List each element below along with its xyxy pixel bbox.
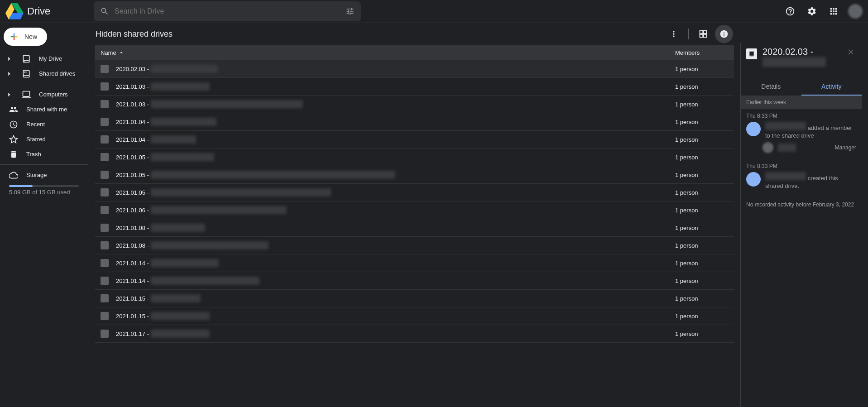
col-members[interactable]: Members [675, 49, 734, 56]
info-icon [719, 29, 729, 38]
activity-event: Thu 8:33 PM added a member to the shared… [741, 109, 862, 159]
table-row[interactable]: 2021.01.15 - 1 person [95, 307, 734, 325]
row-name: 2021.01.03 - [116, 100, 675, 108]
chevron-right-icon [5, 90, 14, 99]
header: Drive [0, 0, 868, 23]
sidebar-item-recent[interactable]: Recent [0, 117, 82, 132]
row-members: 1 person [675, 225, 734, 231]
row-members: 1 person [675, 330, 734, 337]
settings-button[interactable] [803, 2, 821, 20]
search-bar[interactable] [94, 1, 361, 21]
table-row[interactable]: 2021.01.05 - 1 person [95, 166, 734, 184]
tab-details[interactable]: Details [741, 78, 801, 96]
sidebar-item-trash[interactable]: Trash [0, 147, 82, 162]
clock-icon [9, 120, 18, 129]
sidebar-item-label: Shared with me [26, 106, 67, 113]
arrow-up-icon [118, 49, 125, 56]
plus-icon [9, 32, 19, 42]
row-name: 2021.01.14 - [116, 277, 675, 285]
info-panel-button[interactable] [715, 25, 733, 43]
row-members: 1 person [675, 136, 734, 143]
row-name: 2021.01.05 - [116, 188, 675, 196]
tune-icon[interactable] [345, 7, 355, 16]
people-icon [9, 105, 18, 114]
activity-event: Thu 8:33 PM created this shared drive. [741, 159, 862, 196]
shared-drives-icon [22, 69, 31, 78]
sidebar-item-label: Computers [39, 91, 68, 98]
table-row[interactable]: 2021.01.14 - 1 person [95, 272, 734, 290]
user-avatar-icon [746, 122, 761, 136]
table-row[interactable]: 2021.01.08 - 1 person [95, 219, 734, 237]
user-avatar-icon [762, 142, 773, 153]
my-drive-icon [22, 54, 31, 63]
sidebar-item-label: Trash [26, 151, 41, 158]
new-button[interactable]: New [4, 28, 47, 46]
sidebar-item-shared-with-me[interactable]: Shared with me [0, 102, 82, 117]
table-header: Name Members [95, 45, 734, 60]
close-icon [846, 48, 855, 57]
row-members: 1 person [675, 242, 734, 249]
more-vert-icon [669, 29, 678, 38]
table-row[interactable]: 2021.01.05 - 1 person [95, 148, 734, 166]
grid-view-button[interactable] [694, 25, 712, 43]
chevron-right-icon [5, 54, 14, 63]
help-button[interactable] [781, 2, 799, 20]
activity-section: Earlier this week [741, 96, 862, 109]
sidebar-item-starred[interactable]: Starred [0, 132, 82, 147]
sidebar-item-label: Recent [26, 121, 45, 128]
row-name: 2021.01.08 - [116, 224, 675, 232]
drive-thumb-icon [101, 259, 109, 267]
account-avatar[interactable] [848, 4, 863, 19]
row-name: 2021.01.05 - [116, 153, 675, 161]
row-members: 1 person [675, 66, 734, 72]
sidebar-item-computers[interactable]: Computers [0, 87, 82, 102]
drive-thumb-icon [101, 118, 109, 126]
sidebar-item-label: Starred [26, 136, 46, 143]
table-row[interactable]: 2021.01.14 - 1 person [95, 254, 734, 272]
table-row[interactable]: 2021.01.06 - 1 person [95, 201, 734, 219]
table-row[interactable]: 2020.02.03 - 1 person [95, 60, 734, 78]
row-members: 1 person [675, 119, 734, 125]
more-button[interactable] [665, 25, 683, 43]
drive-logo-icon [5, 2, 24, 20]
close-panel-button[interactable] [845, 47, 856, 57]
grid-icon [699, 29, 708, 38]
page-title: Hidden shared drives [96, 29, 665, 39]
sidebar-item-storage[interactable]: Storage [0, 168, 82, 182]
star-icon [9, 135, 18, 144]
row-members: 1 person [675, 207, 734, 214]
row-name: 2021.01.05 - [116, 171, 675, 179]
table-row[interactable]: 2021.01.04 - 1 person [95, 113, 734, 131]
table-row[interactable]: 2021.01.03 - 1 person [95, 96, 734, 113]
search-input[interactable] [115, 7, 340, 15]
sidebar-item-shared-drives[interactable]: Shared drives [0, 66, 82, 81]
col-name[interactable]: Name [101, 49, 675, 56]
header-actions [781, 2, 863, 20]
row-members: 1 person [675, 260, 734, 267]
drive-thumb-icon [101, 224, 109, 232]
row-name: 2021.01.14 - [116, 259, 675, 267]
row-name: 2021.01.08 - [116, 241, 675, 249]
table-row[interactable]: 2021.01.04 - 1 person [95, 131, 734, 148]
apps-button[interactable] [825, 2, 843, 20]
sidebar-item-my-drive[interactable]: My Drive [0, 51, 82, 66]
row-name: 2021.01.03 - [116, 82, 675, 91]
shared-drive-icon [746, 48, 757, 59]
table-row[interactable]: 2021.01.03 - 1 person [95, 78, 734, 96]
sidebar: New My Drive Shared drives Computers Sha… [0, 23, 88, 407]
drive-thumb-icon [101, 100, 109, 108]
drive-thumb-icon [101, 206, 109, 214]
drives-table: Name Members 2020.02.03 - 1 person2021.0… [95, 45, 734, 407]
table-row[interactable]: 2021.01.05 - 1 person [95, 184, 734, 201]
drive-thumb-icon [101, 171, 109, 179]
logo-area[interactable]: Drive [5, 2, 94, 20]
drive-thumb-icon [101, 330, 109, 338]
user-avatar-icon [746, 172, 761, 187]
drive-thumb-icon [101, 294, 109, 302]
tab-activity[interactable]: Activity [801, 78, 862, 96]
table-row[interactable]: 2021.01.08 - 1 person [95, 237, 734, 254]
table-row[interactable]: 2021.01.15 - 1 person [95, 290, 734, 307]
row-name: 2020.02.03 - [116, 65, 675, 73]
row-members: 1 person [675, 295, 734, 302]
table-row[interactable]: 2021.01.17 - 1 person [95, 325, 734, 343]
